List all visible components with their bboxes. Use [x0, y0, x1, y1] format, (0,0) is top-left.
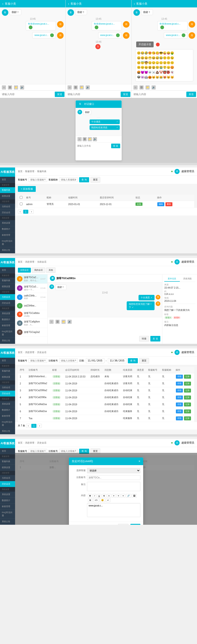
form-select-cs[interactable]: 请选择 — [87, 468, 140, 473]
other-sessions-tab[interactable]: 其他 — [46, 268, 56, 273]
chat-input-1[interactable] — [1, 92, 55, 96]
action-record-6[interactable]: 记录 — [184, 416, 191, 420]
breadcrumb-msg-2[interactable]: 消息管理 — [25, 260, 34, 264]
emoji-icon-3[interactable]: ☺ — [134, 85, 138, 90]
back-arrow-icon-1[interactable]: ‹ — [2, 2, 4, 6]
chat-list-item-0[interactable]: 游 游客TGCa2081n 您好，有什么可以... 13:47 — [15, 274, 47, 284]
conv-volume-icon[interactable]: 🔊 — [68, 320, 72, 324]
conv-send-button[interactable]: 发 送 — [150, 336, 160, 342]
transfer-button[interactable]: 转接 — [139, 336, 149, 342]
sidebar-item-current-4[interactable]: 当前会话 — [0, 475, 15, 481]
volume-icon-1[interactable]: 🔊 — [20, 85, 24, 90]
sidebar-item-home-1[interactable]: 首页 — [0, 177, 15, 183]
modal-cancel-button[interactable]: 取 消 — [118, 524, 128, 525]
image-icon-3[interactable]: 🖼 — [140, 85, 144, 90]
tag-b[interactable]: 标签B — [173, 316, 181, 319]
editor-image[interactable]: 🖼 — [132, 494, 137, 498]
page-prev-1[interactable]: ‹ — [18, 210, 22, 214]
add-customer-button[interactable]: + 添加客服 — [18, 186, 36, 192]
form-input-visitor[interactable] — [87, 475, 140, 480]
breadcrumb-msg-3[interactable]: 消息管理 — [25, 351, 34, 354]
sidebar-item-home-2[interactable]: 首页 — [0, 267, 15, 273]
filter-input-visitor-3[interactable] — [59, 358, 78, 363]
editor-align-right[interactable]: ≡ — [121, 494, 125, 498]
editor-italic[interactable]: I — [93, 494, 96, 498]
volume-icon-3[interactable]: 🔊 — [152, 85, 156, 90]
sidebar-item-notice-3[interactable]: 系统公告 — [0, 428, 15, 434]
my-sessions-tab[interactable]: 我的会话 — [32, 268, 45, 273]
send-button-3[interactable]: 发送 — [186, 92, 196, 97]
chat-list-item-5[interactable]: 游 游客TCa8g9sm 你好，h... — [15, 319, 47, 328]
page-1-btn[interactable]: 1 — [23, 210, 28, 214]
form-textarea-note[interactable] — [87, 482, 140, 491]
action-detail-0[interactable]: 详情 — [176, 375, 183, 378]
sidebar-item-home-4[interactable]: 首页 — [0, 448, 15, 454]
volume-icon-2[interactable]: 🔊 — [86, 85, 90, 90]
action-record-2[interactable]: 记录 — [184, 388, 191, 392]
conv-folder-icon[interactable]: 📁 — [62, 320, 66, 324]
chat-list-item-2[interactable]: z zaifir23t4b... 你好 13:44 — [15, 293, 47, 302]
sidebar-item-list-1[interactable]: 客服列表 — [0, 187, 15, 193]
sidebar-item-history-3[interactable]: 历史会话 — [0, 391, 15, 397]
sidebar-item-list-2[interactable]: 客服列表 — [0, 278, 15, 284]
action-detail-6[interactable]: 详情 — [176, 416, 183, 420]
sidebar-item-current-2[interactable]: 当前会话 — [0, 294, 15, 300]
send-button-2[interactable]: 发送 — [121, 92, 130, 97]
mini-image-icon[interactable]: 🖼 — [82, 137, 87, 141]
sidebar-item-notice-1[interactable]: 系统公告 — [0, 247, 15, 253]
sidebar-item-history-2[interactable]: 历史会话 — [0, 300, 15, 306]
editor-strike[interactable]: S — [102, 494, 106, 498]
mini-send-button[interactable]: 发 送 — [111, 144, 120, 148]
action-detail-4[interactable]: 详情 — [176, 402, 183, 406]
action-record-4[interactable]: 记录 — [184, 402, 191, 406]
file-link-2b[interactable]: www.jpcat.c... — [98, 32, 122, 38]
sidebar-item-faq-4[interactable]: FAQ常见问题 — [0, 510, 15, 519]
sidebar-item-system-3[interactable]: 系统设置 — [0, 401, 15, 407]
sidebar-item-data-3[interactable]: 数据统计 — [0, 407, 15, 413]
mini-folder-icon[interactable]: 📁 — [88, 137, 92, 141]
sidebar-item-perm-3[interactable]: 权限设置 — [0, 374, 15, 380]
sidebar-item-home-3[interactable]: 首页 — [0, 358, 15, 364]
search-button-3[interactable]: 查 询 — [128, 358, 138, 363]
back-arrow-icon-3[interactable]: ‹ — [134, 2, 135, 6]
filter-input-nick-1[interactable] — [59, 178, 78, 182]
tag-a[interactable]: 标签A — [164, 316, 172, 319]
sidebar-item-list-3[interactable]: 客服列表 — [0, 368, 15, 374]
page-prev-3[interactable]: ‹ — [26, 424, 30, 428]
editor-bold[interactable]: B — [88, 494, 92, 498]
mini-chat-input[interactable] — [77, 144, 111, 147]
sidebar-item-perm-4[interactable]: 权限设置 — [0, 465, 15, 471]
info-tab-basic[interactable]: 基本信息 — [164, 276, 180, 282]
filter-input-account-3[interactable] — [28, 358, 47, 363]
sidebar-item-data-1[interactable]: 数据统计 — [0, 226, 15, 232]
sidebar-item-tag-4[interactable]: 标签管理 — [0, 504, 15, 510]
sidebar-item-notice-4[interactable]: 系统公告 — [0, 519, 15, 525]
sidebar-item-faq-3[interactable]: FAQ常见问题 — [0, 419, 15, 428]
send-button-1[interactable]: 发送 — [55, 92, 64, 97]
sidebar-item-tag-3[interactable]: 标签管理 — [0, 413, 15, 419]
reset-button-1[interactable]: 重置 — [90, 177, 100, 182]
breadcrumb-msg-4[interactable]: 消息管理 — [25, 441, 34, 444]
emoji-icon-2[interactable]: ☺ — [68, 85, 72, 90]
sidebar-item-system-4[interactable]: 系统设置 — [0, 492, 15, 498]
sidebar-item-perm-2[interactable]: 权限设置 — [0, 284, 15, 290]
breadcrumb-mgmt-1[interactable]: 客服管理 — [25, 170, 34, 173]
sidebar-item-history-1[interactable]: 历史会话 — [0, 210, 15, 216]
action-record-1[interactable]: 记录 — [184, 382, 191, 386]
conv-input[interactable] — [50, 325, 160, 334]
mini-emoji-icon[interactable]: ☺ — [78, 137, 82, 141]
emoji-icon-1[interactable]: ☺ — [2, 85, 6, 90]
filter-date-end-3[interactable] — [108, 358, 126, 363]
sidebar-item-faq-2[interactable]: FAQ常见问题 — [0, 329, 15, 338]
filter-date-start-3[interactable] — [86, 358, 104, 363]
editor-table[interactable]: ⊞ — [88, 498, 92, 502]
filter-input-account-1[interactable] — [28, 178, 47, 182]
folder-icon-1[interactable]: 📁 — [14, 85, 18, 90]
sidebar-item-notice-2[interactable]: 系统公告 — [0, 338, 15, 344]
action-record-3[interactable]: 记录 — [184, 396, 191, 400]
conv-emoji-icon[interactable]: ☺ — [50, 320, 54, 324]
chat-list-item-6[interactable]: 游 游客TGCag2a2 — [15, 328, 47, 336]
file-link-3b[interactable]: www.jpcat.c... — [164, 32, 188, 38]
breadcrumb-home-4[interactable]: 首页 — [18, 441, 22, 444]
open-demo-button[interactable]: 开启提示音 — [136, 42, 154, 47]
